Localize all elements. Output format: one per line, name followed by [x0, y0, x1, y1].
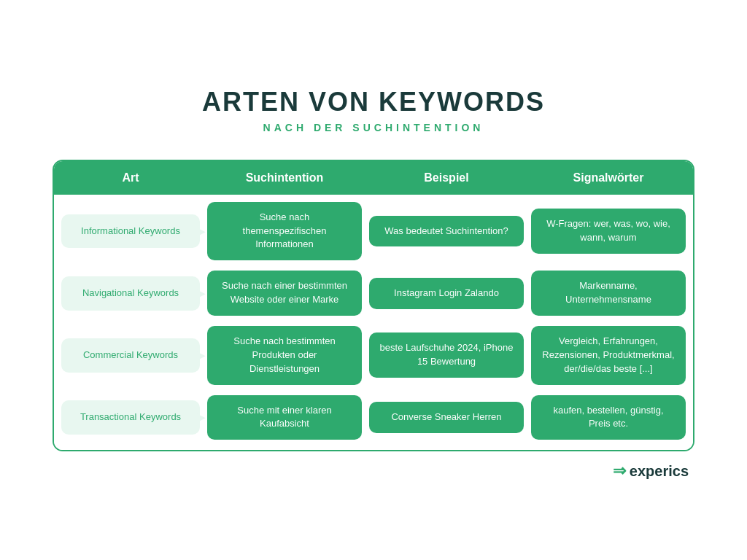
cell-suchintention-1: Suche nach einer bestimmten Website oder…	[207, 271, 362, 316]
header-art: Art	[61, 171, 200, 184]
logo-text: experics	[630, 463, 689, 480]
cell-signal-2: Vergleich, Erfahrungen, Rezensionen, Pro…	[531, 326, 686, 385]
cell-beispiel-2: beste Laufschuhe 2024, iPhone 15 Bewertu…	[369, 332, 524, 378]
table-row: Transactional Keywords Suche mit einer k…	[61, 395, 686, 440]
table-row: Informational Keywords Suche nach themen…	[61, 202, 686, 261]
cell-art-1: Navigational Keywords	[61, 276, 200, 311]
table-header: Art Suchintention Beispiel Signalwörter	[54, 161, 693, 195]
cell-signal-3: kaufen, bestellen, günstig, Preis etc.	[531, 395, 686, 440]
cell-beispiel-0: Was bedeutet Suchintention?	[369, 216, 524, 247]
cell-suchintention-2: Suche nach bestimmten Produkten oder Die…	[207, 326, 362, 385]
cell-signal-1: Markenname, Unternehmensname	[531, 271, 686, 316]
cell-suchintention-0: Suche nach themenspezifischen Informatio…	[207, 202, 362, 261]
header-signal: Signalwörter	[531, 171, 686, 184]
logo-arrow-icon: ⇒	[613, 462, 626, 481]
cell-art-3: Transactional Keywords	[61, 400, 200, 435]
cell-beispiel-3: Converse Sneaker Herren	[369, 402, 524, 433]
logo-area: ⇒ experics	[53, 462, 694, 481]
cell-art-0: Informational Keywords	[61, 214, 200, 249]
table-body: Informational Keywords Suche nach themen…	[54, 195, 693, 450]
table-row: Navigational Keywords Suche nach einer b…	[61, 271, 686, 316]
sub-title: NACH DER SUCHINTENTION	[53, 122, 694, 133]
table-row: Commercial Keywords Suche nach bestimmte…	[61, 326, 686, 385]
cell-suchintention-3: Suche mit einer klaren Kaufabsicht	[207, 395, 362, 440]
keywords-table: Art Suchintention Beispiel Signalwörter …	[53, 160, 694, 451]
brand-logo: ⇒ experics	[613, 462, 689, 481]
header-beispiel: Beispiel	[369, 171, 524, 184]
cell-beispiel-1: Instagram Login Zalando	[369, 278, 524, 309]
page-container: ARTEN VON KEYWORDS NACH DER SUCHINTENTIO…	[23, 65, 724, 495]
cell-signal-0: W-Fragen: wer, was, wo, wie, wann, warum	[531, 209, 686, 254]
header-suchintention: Suchintention	[207, 171, 362, 184]
cell-art-2: Commercial Keywords	[61, 338, 200, 373]
main-title: ARTEN VON KEYWORDS	[53, 87, 694, 117]
